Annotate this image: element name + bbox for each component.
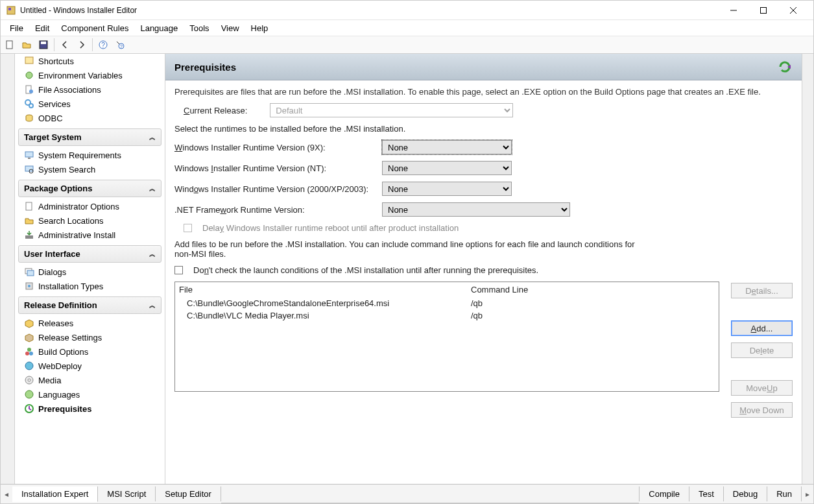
menu-view[interactable]: View [216, 22, 245, 34]
sidebar-item-odbc[interactable]: ODBC [15, 111, 165, 125]
sidebar-item-label: Languages [38, 390, 80, 400]
sidebar-item-webdeploy[interactable]: WebDeploy [15, 359, 165, 373]
sidebar-item-build-options[interactable]: Build Options [15, 344, 165, 359]
sidebar-item-shortcuts[interactable]: Shortcuts [15, 54, 165, 68]
sidebar-item-releases[interactable]: Releases [15, 316, 165, 330]
tab-test[interactable]: Test [689, 486, 724, 501]
chevron-up-icon: ︽ [149, 133, 156, 142]
settings-box-icon [24, 332, 34, 342]
cell-file: C:\Bundle\VLC Media Player.msi [187, 311, 471, 320]
content-panel: Prerequisites Prerequisites are files th… [165, 54, 802, 484]
col-file-header: File [179, 285, 471, 294]
delay-reboot-checkbox [184, 224, 192, 232]
menu-tools[interactable]: Tools [184, 22, 214, 34]
sidebar-item-install-types[interactable]: Installation Types [15, 279, 165, 293]
sidebar-item-media[interactable]: Media [15, 373, 165, 387]
sidebar-item-env-vars[interactable]: Environment Variables [15, 68, 165, 82]
select-runtimes-text: Select the runtimes to be installed befo… [174, 124, 793, 134]
group-label: User Interface [24, 249, 80, 259]
table-row[interactable]: C:\Bundle\GoogleChromeStandaloneEnterpri… [175, 297, 719, 309]
sidebar-item-label: Services [38, 99, 71, 109]
menu-edit[interactable]: Edit [30, 22, 54, 34]
runtime-2000-label: Windows Installer Runtime Version (2000/… [174, 184, 382, 194]
sidebar-item-label: Search Locations [38, 216, 103, 226]
svg-point-14 [26, 72, 32, 78]
table-row[interactable]: C:\Bundle\VLC Media Player.msi /qb [175, 309, 719, 322]
svg-point-31 [29, 352, 33, 355]
tab-debug[interactable]: Debug [724, 486, 767, 501]
runtime-nt-select[interactable]: None [382, 161, 512, 175]
tab-scroll-right-icon[interactable]: ▸ [802, 490, 813, 499]
sidebar-item-prerequisites[interactable]: Prerequisites [15, 402, 165, 416]
tab-installation-expert[interactable]: Installation Expert [12, 486, 98, 502]
net-label: .NET Framework Runtime Version: [174, 205, 382, 215]
svg-point-32 [27, 348, 31, 352]
sidebar-item-file-assoc[interactable]: File Associations [15, 82, 165, 97]
new-icon[interactable] [2, 38, 18, 52]
prerequisite-file-table[interactable]: File Command Line C:\Bundle\GoogleChrome… [174, 282, 719, 392]
box-icon [24, 318, 34, 328]
svg-rect-1 [8, 8, 11, 10]
svg-point-36 [25, 390, 33, 398]
sidebar-item-admin-install[interactable]: Administrative Install [15, 228, 165, 242]
save-icon[interactable] [36, 38, 51, 52]
forward-icon[interactable] [74, 38, 90, 52]
menu-language[interactable]: Language [135, 22, 183, 34]
sidebar-item-label: Prerequisites [38, 404, 91, 414]
tab-run[interactable]: Run [767, 486, 802, 501]
tab-msi-script[interactable]: MSI Script [98, 486, 156, 501]
svg-point-16 [29, 90, 33, 93]
svg-point-30 [25, 352, 29, 355]
open-icon[interactable] [19, 38, 34, 52]
add-button[interactable]: Add... [731, 320, 793, 336]
prerequisites-icon [24, 403, 34, 414]
net-runtime-select[interactable]: None [382, 202, 570, 217]
delete-button: Delete [731, 342, 793, 358]
group-release-definition[interactable]: Release Definition ︽ [18, 296, 162, 314]
languages-icon [24, 389, 34, 400]
content-scrollbar[interactable] [802, 54, 813, 484]
group-package-options[interactable]: Package Options ︽ [18, 180, 162, 197]
services-icon [24, 99, 34, 109]
current-release-label: Current Release: [184, 106, 247, 115]
search-monitor-icon [24, 164, 34, 174]
sidebar-item-label: System Search [38, 165, 95, 174]
menu-component-rules[interactable]: Component Rules [56, 22, 134, 34]
refresh-icon[interactable] [777, 59, 793, 75]
sidebar-item-release-settings[interactable]: Release Settings [15, 330, 165, 344]
back-icon[interactable] [57, 38, 73, 52]
menu-help[interactable]: Help [246, 22, 274, 34]
svg-rect-8 [41, 42, 46, 44]
minimize-button[interactable] [719, 1, 748, 20]
document-icon [24, 201, 34, 211]
sidebar-scrollbar[interactable] [1, 54, 15, 484]
svg-rect-3 [761, 7, 767, 13]
current-release-select[interactable]: Default [270, 103, 513, 117]
context-help-icon[interactable]: ? [112, 38, 128, 52]
sidebar-item-languages[interactable]: Languages [15, 387, 165, 402]
sidebar-item-search-loc[interactable]: Search Locations [15, 213, 165, 228]
group-user-interface[interactable]: User Interface ︽ [18, 245, 162, 263]
sidebar-item-dialogs[interactable]: Dialogs [15, 265, 165, 279]
sidebar-item-services[interactable]: Services [15, 97, 165, 111]
group-target-system[interactable]: Target System ︽ [18, 128, 162, 146]
chevron-up-icon: ︽ [149, 301, 156, 310]
menu-file[interactable]: File [5, 22, 29, 34]
menubar: File Edit Component Rules Language Tools… [1, 20, 813, 36]
tab-setup-editor[interactable]: Setup Editor [156, 486, 221, 501]
help-icon[interactable]: ? [95, 38, 111, 52]
close-button[interactable] [778, 1, 808, 20]
sidebar-item-label: Administrative Install [38, 230, 115, 240]
sidebar-item-label: Dialogs [38, 267, 66, 277]
sidebar-item-sys-search[interactable]: System Search [15, 162, 165, 176]
maximize-button[interactable] [748, 1, 778, 20]
app-icon [6, 5, 16, 16]
tab-compile[interactable]: Compile [639, 486, 689, 501]
dont-check-checkbox[interactable] [174, 266, 183, 274]
runtime-2000-select[interactable]: None [382, 182, 512, 196]
details-button: Details... [731, 283, 793, 298]
tab-scroll-left-icon[interactable]: ◂ [1, 490, 12, 499]
sidebar-item-admin-opts[interactable]: Administrator Options [15, 199, 165, 213]
sidebar-item-sys-req[interactable]: System Requirements [15, 148, 165, 162]
runtime-9x-select[interactable]: None [382, 140, 512, 154]
